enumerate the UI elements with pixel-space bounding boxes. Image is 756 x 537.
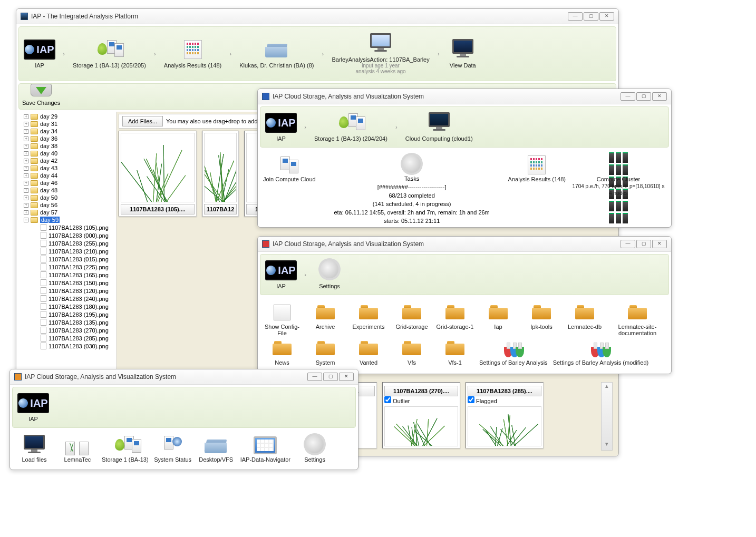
settings-item[interactable]: Vfs-1 [436, 338, 474, 366]
close-button[interactable]: ✕ [652, 92, 667, 101]
bc-iap[interactable]: IAP IAP [21, 38, 58, 70]
tree-folder[interactable]: +day 50 [18, 194, 115, 201]
maximize-button[interactable]: ▢ [636, 92, 651, 101]
minimize-button[interactable]: — [568, 12, 583, 21]
settings-item[interactable]: Settings of Barley Analysis (modified) [553, 338, 649, 366]
tree-folder[interactable]: +day 29 [18, 113, 115, 120]
breadcrumb-bar: IAP IAP › Settings [260, 254, 669, 295]
bc-iap[interactable]: IAP IAP [263, 111, 299, 143]
settings-item[interactable]: Lemnatec-site-documentation [609, 302, 666, 336]
tasks-panel: Tasks [#########-------------------] 68/… [321, 155, 503, 228]
scrollbar[interactable]: ▴ ▾ [601, 382, 613, 451]
bc-barley[interactable]: BarleyAnalysisAction: 1107BA_Barley inpu… [328, 32, 432, 75]
tree-file[interactable]: 1107BA1283 (180).png [18, 302, 115, 310]
launcher-item[interactable]: LemnaTec [59, 435, 96, 463]
tree-file[interactable]: 1107BA1283 (285).png [18, 334, 115, 342]
bc-klukas[interactable]: Klukas, Dr. Christian (BA) (8) [236, 38, 317, 70]
maximize-button[interactable]: ▢ [584, 12, 598, 21]
settings-item[interactable]: Iap [479, 302, 517, 336]
tree-folder[interactable]: +day 38 [18, 142, 115, 150]
minimize-button[interactable]: — [621, 240, 635, 248]
tree-file[interactable]: 1107BA1283 (030).png [18, 342, 115, 350]
tree-file[interactable]: 1107BA1283 (000).png [18, 231, 115, 239]
thumbnail[interactable]: 1107BA1283 (105).... [119, 131, 197, 217]
tree-file[interactable]: 1107BA1283 (255).png [18, 239, 115, 247]
compute-cluster[interactable]: Compute Cluster 1704 p.e./h, 770 bpm, t_… [571, 155, 666, 228]
minimize-button[interactable]: — [621, 92, 635, 101]
tree-file[interactable]: 1107BA1283 (105).png [18, 223, 115, 231]
window-title: IAP - The Integrated Analysis Platform [31, 13, 568, 20]
tree-folder[interactable]: +day 57 [18, 209, 115, 216]
close-button[interactable]: ✕ [339, 373, 354, 381]
settings-item[interactable]: News [263, 338, 301, 366]
tree-file[interactable]: 1107BA1283 (195).png [18, 310, 115, 318]
settings-item[interactable]: Archive [306, 302, 344, 336]
tree-file[interactable]: 1107BA1283 (240).png [18, 295, 115, 302]
settings-item[interactable]: Experiments [350, 302, 387, 336]
app-icon [21, 13, 28, 20]
tree-file[interactable]: 1107BA1283 (150).png [18, 279, 115, 287]
settings-item[interactable]: Settings of Barley Analysis [479, 338, 548, 366]
maximize-button[interactable]: ▢ [636, 240, 651, 248]
bc-iap[interactable]: IAP IAP [15, 392, 52, 423]
bc-storage[interactable]: Storage 1 (BA-13) (205/205) [70, 38, 149, 70]
launcher-item[interactable]: System Status [154, 435, 192, 463]
tree-folder[interactable]: +day 48 [18, 187, 115, 194]
launcher-item[interactable]: IAP-Data-Navigator [240, 435, 290, 463]
tree-file[interactable]: 1107BA1283 (120).png [18, 287, 115, 295]
outlier-checkbox[interactable]: Outlier [384, 398, 410, 404]
tree-file[interactable]: 1107BA1283 (165).png [18, 271, 115, 279]
close-button[interactable]: ✕ [652, 240, 667, 248]
tree-folder[interactable]: +day 46 [18, 179, 115, 187]
settings-item[interactable]: Vanted [350, 338, 387, 366]
settings-item[interactable]: Lemnatec-db [566, 302, 604, 336]
launcher-item[interactable]: Load files [15, 435, 53, 463]
bc-iap[interactable]: IAP IAP [263, 259, 299, 290]
settings-item[interactable]: Grid-storage [393, 302, 431, 336]
titlebar: IAP Cloud Storage, Analysis and Visualiz… [10, 369, 358, 385]
bc-storage[interactable]: Storage 1 (BA-13) (204/204) [311, 111, 391, 143]
thumbnail[interactable]: 1107BA12 [202, 131, 239, 217]
tree-folder[interactable]: +day 42 [18, 157, 115, 164]
settings-item[interactable]: Ipk-tools [522, 302, 560, 336]
bc-viewdata[interactable]: View Data [444, 38, 481, 70]
launcher-item[interactable]: Desktop/VFS [197, 435, 235, 463]
tree-folder[interactable]: +day 31 [18, 120, 115, 128]
tree-file[interactable]: 1107BA1283 (135).png [18, 318, 115, 326]
tree-folder[interactable]: +day 36 [18, 135, 115, 142]
tree-folder[interactable]: +day 56 [18, 201, 115, 209]
settings-item[interactable]: Grid-storage-1 [436, 302, 474, 336]
tree-folder[interactable]: +day 34 [18, 128, 115, 135]
titlebar: IAP - The Integrated Analysis Platform —… [16, 9, 618, 24]
analysis-results[interactable]: Analysis Results (148) [508, 155, 566, 228]
launcher-item[interactable]: Settings [296, 435, 334, 463]
tree-file[interactable]: 1107BA1283 (210).png [18, 247, 115, 255]
gear-icon [403, 155, 421, 173]
bc-cloud[interactable]: Cloud Computing (cloud1) [402, 111, 476, 143]
tree-folder[interactable]: +day 43 [18, 164, 115, 172]
tree-folder[interactable]: +day 44 [18, 172, 115, 179]
close-button[interactable]: ✕ [599, 12, 614, 21]
join-compute-cloud[interactable]: Join Compute Cloud [263, 155, 316, 228]
settings-item[interactable]: System [306, 338, 344, 366]
tree-folder-selected[interactable]: −day 59 [18, 216, 115, 223]
thumbnail[interactable]: 1107BA1283 (270).... Outlier [382, 382, 460, 448]
maximize-button[interactable]: ▢ [323, 373, 338, 381]
settings-item[interactable]: Show Config-File [263, 302, 301, 336]
thumbnail[interactable]: 1107BA1283 (285).... Flagged [466, 382, 544, 448]
bc-settings[interactable]: Settings [311, 259, 348, 290]
tree-file[interactable]: 1107BA1283 (270).png [18, 326, 115, 334]
titlebar: IAP Cloud Storage, Analysis and Visualiz… [258, 237, 671, 252]
add-files-button[interactable]: Add Files... [122, 116, 163, 126]
tree-file[interactable]: 1107BA1283 (015).png [18, 255, 115, 263]
launcher-item[interactable]: Storage 1 (BA-13) [102, 435, 149, 463]
save-changes-button[interactable]: Save Changes [22, 87, 60, 106]
minimize-button[interactable]: — [307, 373, 322, 381]
bc-analysis[interactable]: Analysis Results (148) [161, 38, 225, 70]
tree-folder[interactable]: +day 40 [18, 150, 115, 157]
tree-file[interactable]: 1107BA1283 (225).png [18, 263, 115, 271]
breadcrumb-bar: IAP IAP › Storage 1 (BA-13) (204/204) › … [260, 106, 669, 148]
window-title: IAP Cloud Storage, Analysis and Visualiz… [25, 373, 307, 380]
settings-item[interactable]: Vfs [393, 338, 431, 366]
flagged-checkbox[interactable]: Flagged [468, 398, 497, 404]
